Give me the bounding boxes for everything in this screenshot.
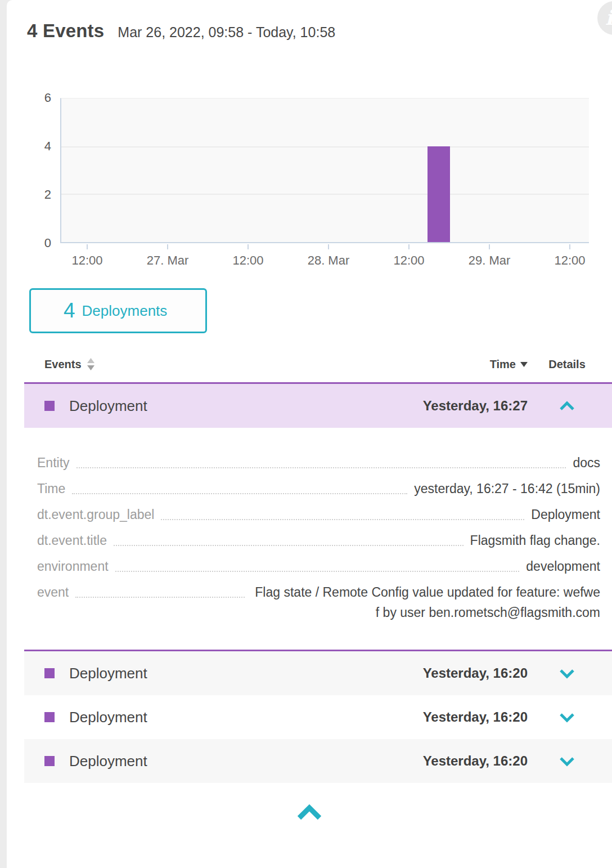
x-axis-tick-mark <box>328 244 329 249</box>
collapse-row-button[interactable] <box>528 401 606 411</box>
table-header: Events Time Details <box>24 358 612 382</box>
x-axis-tick-label: 28. Mar <box>308 253 350 268</box>
x-axis-tick-mark <box>489 244 490 249</box>
y-axis-tick-4: 4 <box>26 139 51 154</box>
dotted-leader <box>161 519 524 520</box>
detail-row: Entity docs <box>37 453 600 473</box>
page-title: 4 Events <box>27 20 104 42</box>
event-type-label: Deployment <box>69 709 147 726</box>
x-axis-tick-mark <box>167 244 168 249</box>
timeframe-label: Mar 26, 2022, 09:58 - Today, 10:58 <box>118 24 335 41</box>
events-table: Events Time Details Deployment Yesterday… <box>24 358 612 783</box>
collapse-panel-button[interactable] <box>7 803 612 821</box>
deployment-swatch-icon <box>44 756 55 766</box>
event-row-expanded[interactable]: Deployment Yesterday, 16:27 <box>24 384 612 428</box>
detail-row: dt.event.group_label Deployment <box>37 504 600 525</box>
event-time: Yesterday, 16:20 <box>423 665 528 681</box>
x-axis-tick-label: 29. Mar <box>469 253 511 268</box>
chevron-down-icon <box>559 668 575 679</box>
x-axis-tick-label: 12:00 <box>72 253 103 268</box>
x-axis-tick-label: 12:00 <box>554 253 585 268</box>
deployments-swatch <box>41 299 53 322</box>
event-time: Yesterday, 16:27 <box>423 398 528 414</box>
detail-row: Time yesterday, 16:27 - 16:42 (15min) <box>37 478 600 499</box>
detail-row: event Flag state / Remote Config value u… <box>37 582 600 623</box>
column-header-time[interactable]: Time <box>490 358 528 371</box>
x-axis-tick-mark <box>248 244 249 249</box>
x-axis-tick-label: 27. Mar <box>147 253 189 268</box>
events-bar-chart: 6 4 2 0 12:0027. Mar12:0028. Mar12:0029.… <box>60 98 589 243</box>
legend-deployments-button[interactable]: 4 Deployments <box>29 288 207 333</box>
dotted-leader <box>72 493 407 494</box>
gridline-4 <box>61 146 589 147</box>
y-axis-tick-2: 2 <box>26 187 51 202</box>
x-axis-tick-mark <box>87 244 88 249</box>
y-axis-tick-6: 6 <box>26 91 51 105</box>
chevron-down-icon <box>559 756 575 767</box>
legend-count: 4 <box>64 299 75 323</box>
x-axis-tick-label: 12:00 <box>232 253 263 268</box>
event-details-panel: Entity docs Time yesterday, 16:27 - 16:4… <box>24 428 612 650</box>
dotted-leader <box>115 571 520 572</box>
x-axis-tick-mark <box>408 244 410 249</box>
dotted-leader <box>75 597 245 598</box>
deployment-swatch-icon <box>44 712 55 722</box>
y-axis-tick-0: 0 <box>26 236 51 250</box>
x-axis-tick-label: 12:00 <box>393 253 424 268</box>
dotted-leader <box>76 467 566 468</box>
event-row[interactable]: Deployment Yesterday, 16:20 <box>24 650 612 695</box>
chevron-down-icon <box>559 712 575 723</box>
event-time: Yesterday, 16:20 <box>423 753 528 769</box>
x-axis-tick-mark <box>569 244 570 249</box>
dotted-leader <box>114 545 464 546</box>
caret-down-icon <box>520 362 528 367</box>
chevron-up-icon <box>296 803 323 821</box>
event-type-label: Deployment <box>69 753 147 770</box>
expand-row-button[interactable] <box>528 756 606 767</box>
chevron-up-icon <box>559 401 575 411</box>
event-type-label: Deployment <box>69 397 147 415</box>
event-row[interactable]: Deployment Yesterday, 16:20 <box>24 695 612 739</box>
deployment-swatch-icon <box>44 401 55 411</box>
event-row[interactable]: Deployment Yesterday, 16:20 <box>24 739 612 783</box>
plot-area <box>60 98 589 243</box>
expand-row-button[interactable] <box>528 668 606 679</box>
sort-icon <box>87 358 94 371</box>
expand-row-button[interactable] <box>528 712 606 723</box>
deployments-bar[interactable] <box>428 146 450 242</box>
event-type-label: Deployment <box>69 665 147 682</box>
event-time: Yesterday, 16:20 <box>423 709 528 725</box>
detail-row: environment development <box>37 556 600 576</box>
expanded-event-block: Deployment Yesterday, 16:27 Entity docs … <box>24 382 612 650</box>
detail-row: dt.event.title Flagsmith flag change. <box>37 530 600 551</box>
column-header-events[interactable]: Events <box>44 358 94 371</box>
deployment-swatch-icon <box>44 668 55 678</box>
column-header-details: Details <box>528 358 606 371</box>
legend-label: Deployments <box>82 302 168 320</box>
panel-header: 4 Events Mar 26, 2022, 09:58 - Today, 10… <box>7 0 612 47</box>
gridline-2 <box>61 194 589 195</box>
events-panel: 4 Events Mar 26, 2022, 09:58 - Today, 10… <box>7 0 612 868</box>
